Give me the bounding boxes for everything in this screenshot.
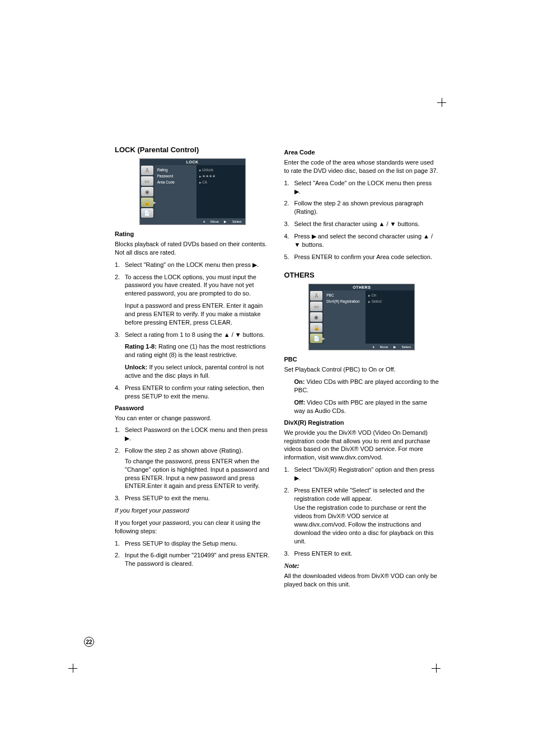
pbc-on: On: Video CDs with PBC are played accord…: [284, 378, 440, 395]
pbc-off: Off: Video CDs with PBC are played in th…: [284, 398, 440, 415]
display-icon: ▭: [141, 176, 153, 186]
divx-heading: DivX(R) Registration: [284, 419, 440, 426]
pbc-heading: PBC: [284, 356, 440, 363]
rating-steps-cont: 3.Select a rating from 1 to 8 using the …: [115, 331, 270, 339]
menu-row-value: CA: [199, 179, 242, 185]
crop-mark: [67, 664, 78, 675]
menu-row-value: Unlock: [199, 167, 242, 173]
rating-steps-end: 4.Press ENTER to confirm your rating sel…: [115, 384, 270, 401]
crop-mark: [436, 98, 447, 109]
list-item: 5.Press ENTER to confirm your Area code …: [284, 253, 440, 261]
menu-row-value: Select: [368, 298, 411, 304]
note-heading: Note:: [284, 561, 440, 570]
divx-steps: 1.Select "DivX(R) Registration" option a…: [284, 466, 440, 557]
menu-row-label: Password: [157, 173, 194, 179]
audio-icon: ◉: [141, 187, 153, 196]
rating-steps: 1.Select "Rating" on the LOCK menu then …: [115, 261, 270, 298]
rating-step2b: Input a password and press ENTER. Enter …: [115, 302, 270, 327]
note-text: All the downloaded videos from DivX® VOD…: [284, 572, 440, 589]
list-item: 1.Select "Area Code" on the LOCK menu th…: [284, 179, 440, 196]
rating-intro: Blocks playback of rated DVDs based on t…: [115, 240, 270, 257]
password-heading: Password: [115, 405, 270, 411]
right-column: Area Code Enter the code of the area who…: [284, 145, 440, 592]
list-item: 4.Press ENTER to confirm your rating sel…: [115, 384, 270, 401]
list-item: 1.Select "DivX(R) Registration" option a…: [284, 466, 440, 482]
crop-mark: [436, 664, 447, 675]
rating-unlock: Unlock: If you select unlock, parental c…: [115, 363, 270, 380]
password-steps: 1.Select Password on the LOCK menu and t…: [115, 426, 270, 503]
divx-intro: We provide you the DivX® VOD (Video On D…: [284, 429, 440, 462]
menu-row-label: PBC: [326, 292, 363, 298]
others-icon: 📄: [310, 334, 322, 343]
list-item: 1.Select "Rating" on the LOCK menu then …: [115, 261, 270, 269]
page-content: LOCK (Parental Control) LOCK Å ▭ ◉ 🔒 📄 R…: [115, 145, 439, 592]
list-item: 2.Input the 6-digit number "210499" and …: [115, 551, 270, 568]
rating-1-8: Rating 1-8: Rating one (1) has the most …: [115, 342, 270, 359]
password-intro: You can enter or change password.: [115, 414, 270, 422]
divx-registration-detail: Use the registration code to purchase or…: [294, 504, 440, 545]
others-icon: 📄: [141, 208, 153, 218]
forgot-steps: 1.Press SETUP to display the Setup menu.…: [115, 539, 270, 569]
forgot-heading: If you forget your password: [115, 506, 270, 515]
password-change-detail: To change the password, press ENTER when…: [125, 457, 270, 490]
pbc-intro: Set Playback Control (PBC) to On or Off.: [284, 365, 440, 374]
footer-select: Select: [402, 345, 411, 349]
list-item: 3.Press ENTER to exit.: [284, 550, 440, 558]
lock-icon: 🔒: [141, 198, 153, 207]
list-item: 2.Follow the step 2 as shown previous pa…: [284, 199, 440, 216]
lock-heading: LOCK (Parental Control): [115, 145, 270, 154]
lock-menu-screenshot: LOCK Å ▭ ◉ 🔒 📄 Rating Password Area Code…: [139, 158, 246, 225]
list-item: 4.Press ▶ and select the second characte…: [284, 232, 440, 249]
menu-footer: ♦ Move ▶ Select: [140, 218, 245, 224]
page-number: 22: [84, 637, 94, 647]
list-item: 3.Select the first character using ▲ / ▼…: [284, 220, 440, 228]
display-icon: ▭: [310, 302, 322, 311]
left-column: LOCK (Parental Control) LOCK Å ▭ ◉ 🔒 📄 R…: [115, 145, 270, 592]
area-code-heading: Area Code: [284, 149, 440, 156]
list-item: 2.Follow the step 2 as shown above (Rati…: [115, 447, 270, 490]
menu-footer: ♦ Move ▶ Select: [309, 344, 414, 350]
menu-icon-strip: Å ▭ ◉ 🔒 📄: [309, 290, 324, 344]
footer-move: Move: [380, 345, 388, 349]
menu-title: LOCK: [140, 159, 245, 165]
menu-icon-strip: Å ▭ ◉ 🔒 📄: [140, 165, 154, 218]
area-code-steps: 1.Select "Area Code" on the LOCK menu th…: [284, 179, 440, 261]
menu-row-label: DivX(R) Registration: [326, 298, 363, 304]
lock-icon: 🔒: [310, 323, 322, 332]
list-item: 1.Press SETUP to display the Setup menu.: [115, 539, 270, 548]
footer-move: Move: [210, 220, 219, 223]
audio-icon: ◉: [310, 312, 322, 322]
list-item: 3.Press SETUP to exit the menu.: [115, 494, 270, 503]
language-icon: Å: [141, 166, 153, 175]
others-heading: OTHERS: [284, 271, 440, 279]
forgot-intro: If you forget your password, you can cle…: [115, 519, 270, 536]
list-item: 3.Select a rating from 1 to 8 using the …: [115, 331, 270, 339]
area-code-intro: Enter the code of the area whose standar…: [284, 158, 440, 175]
rating-heading: Rating: [115, 231, 270, 237]
menu-row-value: ★★★★: [199, 173, 242, 179]
list-item: 2.Press ENTER while "Select" is selected…: [284, 486, 440, 546]
footer-select: Select: [232, 220, 242, 223]
others-menu-screenshot: OTHERS Å ▭ ◉ 🔒 📄 PBC DivX(R) Registratio…: [308, 284, 415, 350]
language-icon: Å: [310, 291, 322, 300]
menu-row-value: On: [368, 292, 411, 298]
menu-title: OTHERS: [309, 284, 414, 290]
menu-row-label: Area Code: [157, 179, 194, 185]
list-item: 1.Select Password on the LOCK menu and t…: [115, 426, 270, 443]
list-item: 2.To access the LOCK options, you must i…: [115, 273, 270, 298]
menu-row-label: Rating: [157, 167, 194, 173]
